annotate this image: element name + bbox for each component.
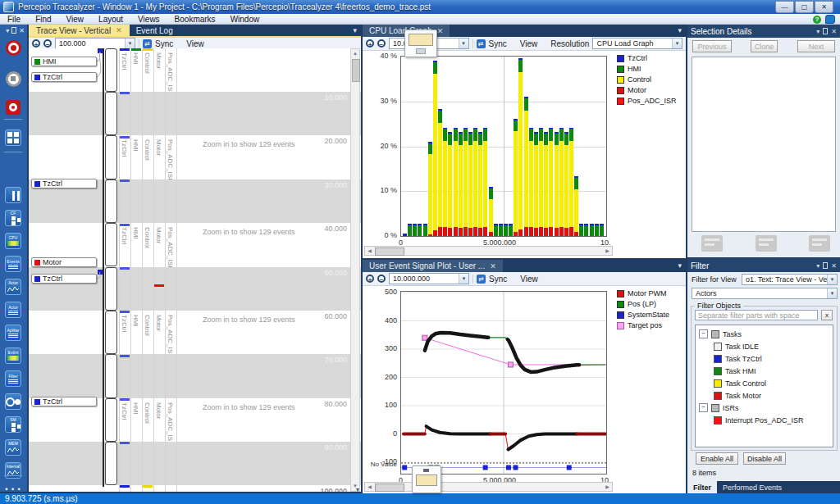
sync-icon[interactable]: ⇄ [143, 39, 152, 48]
event-tick[interactable] [120, 92, 130, 94]
actor-label-tzctrl[interactable]: TzCtrl [31, 72, 97, 82]
cpu-bar[interactable] [463, 57, 468, 236]
cpu-bar[interactable] [504, 57, 508, 236]
filter-view-combo[interactable]: o1. Text: Trace View - Vertical ▾ [742, 274, 838, 285]
chevron-down-icon[interactable]: ▾ [678, 261, 682, 270]
view-menu[interactable]: View [520, 275, 538, 284]
actor-list-icon[interactable]: Actor [4, 301, 22, 319]
menu-layout[interactable]: Layout [91, 15, 130, 24]
zoom-level-combo[interactable]: 10.000.000 ▾ [389, 273, 469, 284]
tab-trace-view-vertical[interactable]: Trace View - Vertical ✕ [29, 25, 130, 36]
cpu-bar[interactable] [478, 57, 482, 236]
tree-row[interactable]: −Tasks [696, 328, 833, 340]
scroll-thumb[interactable] [375, 247, 404, 256]
timeline-segment[interactable] [105, 354, 117, 397]
scroll-left-arrow[interactable]: ◀ [365, 247, 374, 255]
cpu-bar[interactable] [403, 57, 407, 236]
menu-bookmarks[interactable]: Bookmarks [167, 15, 223, 24]
stop-icon[interactable] [4, 70, 22, 88]
clone-button[interactable]: Clone [751, 40, 778, 52]
minimize-button[interactable]: — [775, 1, 794, 13]
clear-filter-button[interactable]: x [821, 310, 833, 320]
chevron-down-icon[interactable]: ▾ [816, 262, 819, 270]
event-tick[interactable] [120, 355, 130, 357]
tree-row[interactable]: Task HMI [696, 365, 833, 377]
find-icon[interactable] [4, 393, 22, 411]
sync-button[interactable]: Sync [155, 39, 173, 48]
help-icon[interactable]: ? [813, 16, 821, 24]
tree-row[interactable]: Task Motor [696, 389, 833, 402]
cpu-load-icon[interactable]: CPU [4, 232, 22, 250]
chevron-down-icon[interactable]: ▾ [6, 27, 9, 34]
timeline-segment[interactable] [105, 135, 117, 179]
close-icon[interactable]: ✕ [116, 26, 122, 34]
cpu-bar[interactable] [448, 57, 452, 236]
event-log-icon[interactable]: Events [4, 255, 22, 273]
close-icon[interactable]: ✕ [831, 262, 837, 270]
maximize-button[interactable]: ▢ [795, 1, 814, 13]
event-tick[interactable] [120, 224, 130, 226]
view-menu[interactable]: View [520, 39, 538, 48]
scroll-right-arrow[interactable]: ▶ [603, 247, 612, 255]
sync-icon[interactable]: ⇄ [477, 275, 486, 284]
timeline-segment[interactable] [105, 442, 117, 485]
chevron-down-icon[interactable]: ▾ [353, 26, 357, 34]
cpu-bar[interactable] [544, 57, 548, 236]
cpu-bar[interactable] [494, 57, 498, 236]
sync-icon[interactable]: ⇄ [477, 39, 486, 48]
timeline-segment[interactable] [105, 92, 117, 135]
vertical-scrollbar[interactable]: ▲▼ [350, 48, 360, 492]
memory-heap-icon[interactable]: MEM [4, 438, 22, 456]
next-button[interactable]: Next [797, 40, 835, 52]
menu-file[interactable]: File [0, 15, 28, 24]
event-tick[interactable] [120, 442, 130, 444]
cpu-bar[interactable] [539, 57, 543, 236]
event-tick[interactable] [143, 485, 153, 488]
actor-label-motor[interactable]: Motor [31, 257, 97, 267]
zoom-out-icon[interactable]: − [377, 275, 386, 283]
state-machine-icon[interactable]: SM [4, 415, 22, 434]
cpu-bar[interactable] [483, 57, 487, 236]
menu-view[interactable]: View [59, 15, 92, 24]
zoom-in-icon[interactable]: + [366, 275, 374, 283]
interval-plot-icon[interactable]: Interval [4, 461, 22, 479]
trace-content[interactable]: TzCtrlHMIControlMotorPos_ADC_ISR10.00020… [29, 48, 361, 492]
event-intensity-icon[interactable]: EvtInt [4, 347, 22, 365]
record-icon[interactable] [4, 39, 22, 57]
cpu-bar[interactable] [433, 57, 437, 236]
tree-expander-icon[interactable]: − [699, 403, 708, 412]
detail-table-icon[interactable] [756, 235, 777, 252]
cpu-bar[interactable] [408, 57, 412, 236]
cpu-bar[interactable] [529, 57, 533, 236]
horizontal-scrollbar[interactable]: ◀▶ [364, 246, 613, 256]
close-icon[interactable]: ✕ [490, 262, 496, 270]
trace-view-icon[interactable] [4, 186, 22, 204]
event-marker[interactable] [98, 48, 103, 53]
cpu-chart-area[interactable]: 0 %10 %20 %30 %40 %05.000.00010.TzCtrlHM… [363, 50, 686, 258]
event-tick[interactable] [120, 48, 130, 51]
scroll-thumb[interactable] [352, 59, 360, 82]
cpu-bar[interactable] [509, 57, 513, 236]
cpu-bar[interactable] [459, 57, 463, 236]
cpu-bar[interactable] [413, 57, 417, 236]
filter-search-input[interactable]: Separate filter parts with space [695, 310, 818, 320]
cpu-bar[interactable] [514, 57, 518, 236]
signal-chart-area[interactable]: 5004003002001000-100No Value05.000.00010… [363, 285, 686, 493]
timeline-segment[interactable] [105, 48, 117, 92]
cpu-bar[interactable] [428, 57, 432, 236]
disable-all-button[interactable]: Disable All [743, 452, 786, 465]
tree-row[interactable]: Task IDLE [696, 340, 833, 352]
cpu-bar[interactable] [600, 57, 604, 236]
cpu-bar[interactable] [569, 57, 573, 236]
cpu-bar[interactable] [559, 57, 564, 236]
cpu-bar[interactable] [549, 57, 553, 236]
cpu-bar[interactable] [489, 57, 493, 236]
scroll-right-arrow[interactable]: ▶ [603, 483, 612, 491]
zoom-out-icon[interactable]: − [377, 39, 386, 48]
timeline-segment[interactable] [105, 223, 117, 266]
actor-label-hmi[interactable]: HMI [31, 57, 97, 66]
filter-tree[interactable]: −TasksTask IDLETask TzCtrlTask HMITask C… [695, 325, 833, 447]
event-tick[interactable] [120, 136, 130, 138]
event-tick[interactable] [131, 48, 141, 51]
cpu-bar[interactable] [555, 57, 559, 236]
